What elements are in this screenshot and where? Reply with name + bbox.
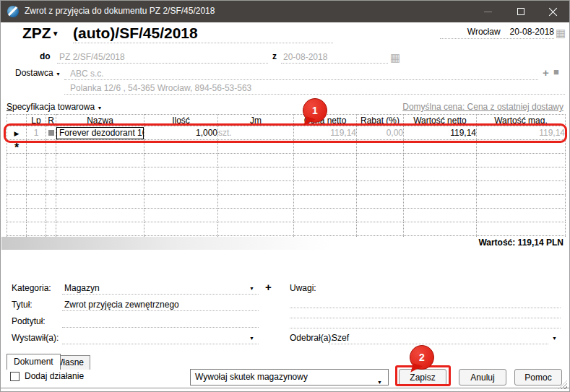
dodaj-dzialanie-checkbox[interactable] [10,372,20,381]
item-name-editbox[interactable]: Forever dezodorant 10 [56,127,144,139]
empty-cell[interactable] [404,140,477,154]
help-button[interactable]: Pomoc [514,369,562,386]
jm-cell[interactable]: szt. [218,126,294,140]
dodaj-dzialanie-label: Dodaj działanie [25,371,84,381]
titlebar[interactable]: Zwrot z przyjęcia do dokumentu PZ 2/SF/4… [1,1,569,22]
podtytul-field[interactable] [62,315,259,328]
odebral-field[interactable]: Szef [329,332,548,344]
tab-dokument[interactable]: Dokument [7,354,61,370]
empty-cell[interactable] [218,140,294,154]
empty-cell [357,222,404,236]
supplier-label: Dostawca [15,68,53,78]
empty-cell[interactable] [294,140,357,154]
qty-cell[interactable]: 1,000 [144,126,218,140]
save-button[interactable]: Zapisz [399,369,446,386]
empty-cell [46,181,56,195]
chevron-down-icon: ▼ [52,30,59,38]
empty-cell [294,209,357,222]
wystawil-dropdown-icon[interactable]: ▼ [249,336,254,341]
wartosc-netto-cell[interactable]: 119,14 [404,126,477,140]
col-selector [7,115,27,126]
table-row: ▶ 1 Forever dezodorant 10 1,000 szt. 119… [7,126,566,140]
current-row-icon: ▶ [14,130,20,137]
empty-cell [477,181,566,195]
name-cell[interactable]: Forever dezodorant 10 [56,126,144,140]
source-document-field[interactable]: PZ 2/SF/45/2018 [57,51,268,64]
add-kategoria-icon[interactable]: + [265,282,272,292]
uwagi-field-line2[interactable] [290,308,561,318]
supplier-address-field[interactable]: Polanka 12/6 , 54-365 Wrocław, 894-56-53… [64,82,565,95]
tytul-field[interactable]: Zwrot przyjęcia zewnętrznego [62,299,259,311]
empty-cell [404,209,477,222]
doc-number-field[interactable]: (auto)/SF/45/2018 [73,25,333,43]
empty-cell [404,167,477,181]
empty-cell [294,167,357,181]
empty-cell[interactable] [477,140,566,154]
combo-selected-value: Wywołaj skutek magazynowy [195,372,308,382]
empty-cell [404,222,477,236]
window-title: Zwrot z przyjęcia do dokumentu PZ 2/SF/4… [25,6,215,16]
empty-cell [7,209,27,222]
calendar-icon[interactable]: ▦ [390,53,400,63]
empty-cell[interactable] [46,140,56,154]
empty-row [7,209,566,222]
wartosc-mag-cell[interactable]: 119,14 [477,126,566,140]
empty-cell[interactable] [144,140,218,154]
add-supplier-icon[interactable]: + [543,68,549,78]
empty-cell [404,154,477,167]
kategoria-dropdown-icon[interactable]: ▼ [249,286,254,291]
maximize-icon [517,8,524,15]
city-date-field[interactable]: Wrocław 20-08-2018 [440,27,554,39]
empty-cell [294,222,357,236]
empty-cell [477,167,566,181]
supplier-name-field[interactable]: ABC s.c. [64,68,538,80]
uwagi-field-line1[interactable] [290,298,561,308]
maximize-button[interactable] [504,1,537,22]
new-row-icon: * [14,141,19,154]
cancel-button[interactable]: Anuluj [459,369,506,386]
empty-cell [56,222,144,236]
empty-row [7,154,566,167]
skutek-magazynowy-combobox[interactable]: Wywołaj skutek magazynowy ▼ [190,369,389,386]
r-cell[interactable] [46,126,56,140]
cena-netto-cell[interactable]: 119,14 [294,126,357,140]
empty-cell [46,209,56,222]
close-button[interactable] [537,1,569,22]
empty-cell[interactable] [357,140,404,154]
calendar-icon[interactable]: ▦ [556,28,566,38]
empty-cell [144,222,218,236]
wystawil-field[interactable] [62,332,259,344]
lp-cell[interactable]: 1 [27,126,46,140]
empty-cell [144,209,218,222]
supplier-card-icon[interactable]: ■ [553,67,559,77]
col-lp: Lp [27,115,46,126]
minimize-button[interactable] [472,1,504,22]
empty-cell [404,195,477,209]
row-selector-cell[interactable]: ▶ [7,126,27,140]
document-total: Wartość: 119,14 PLN [1,237,569,250]
podtytul-label: Podtytuł: [12,316,46,326]
doc-type-dropdown[interactable]: ZPZ▼ [22,25,59,42]
empty-cell [46,195,56,209]
odebral-dropdown-icon[interactable]: ▼ [552,336,557,341]
doc-type-label: ZPZ [22,25,51,41]
empty-cell [218,181,294,195]
tytul-label: Tytuł: [12,300,33,310]
odebral-label: Odebrał(a): [290,333,334,343]
spec-dropdown[interactable]: Specyfikacja towarowa ▼ [7,102,102,112]
chevron-down-icon: ▼ [56,71,61,77]
empty-cell [357,209,404,222]
empty-cell [357,181,404,195]
empty-cell[interactable] [56,140,144,154]
uwagi-field-line3[interactable] [290,318,561,328]
kategoria-field[interactable]: Magazyn [62,282,259,295]
empty-cell[interactable] [27,140,46,154]
default-price-link[interactable]: Domyślna cena: Cena z ostatniej dostawy [402,102,563,112]
supplier-dropdown[interactable]: Dostawca ▼ [15,68,61,78]
empty-cell [404,181,477,195]
row-selector-cell[interactable]: * [7,140,27,154]
source-date-field[interactable]: 20-08-2018 [281,51,388,64]
rabat-cell[interactable]: 0,00 [357,126,404,140]
empty-row [7,181,566,195]
empty-cell [46,154,56,167]
